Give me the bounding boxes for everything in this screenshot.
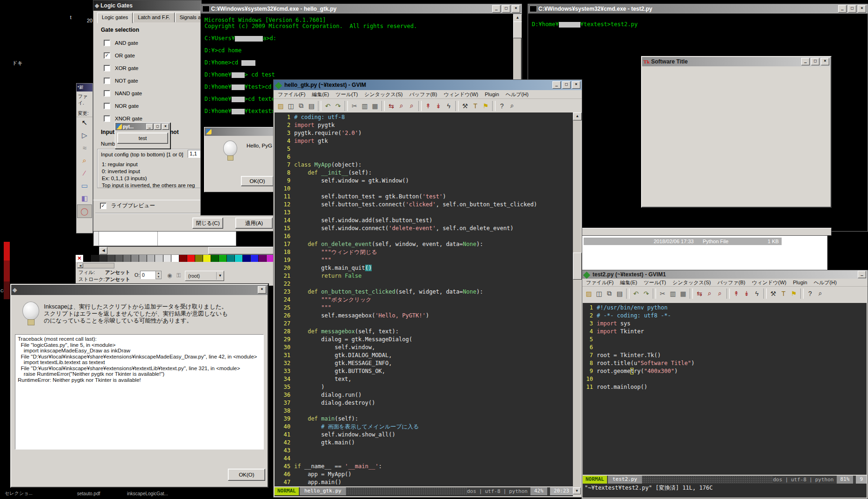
inkscape-menu-fragment[interactable]: ファイ. bbox=[77, 91, 92, 106]
menu-item[interactable]: バッファ(B) bbox=[406, 91, 441, 98]
minimize-button[interactable]: _ bbox=[838, 5, 847, 13]
python-test-titlebar[interactable]: pyt... _ □ × bbox=[115, 123, 170, 130]
scroll-up-button[interactable]: ▲ bbox=[513, 14, 522, 22]
menu-item[interactable]: 編集(E) bbox=[617, 279, 641, 287]
palette-swatch[interactable] bbox=[163, 255, 171, 262]
make-icon[interactable]: ⚒ bbox=[768, 288, 778, 299]
scrollbar-thumb[interactable] bbox=[513, 21, 522, 38]
traceback-box[interactable]: Traceback (most recent call last): File … bbox=[15, 334, 264, 450]
save-all-icon[interactable]: ⧉ bbox=[296, 101, 306, 111]
menu-item[interactable]: 編集(E) bbox=[309, 91, 332, 98]
apply-button[interactable]: 適用(A) bbox=[235, 218, 273, 229]
checkbox[interactable] bbox=[104, 115, 110, 122]
maximize-button[interactable]: □ bbox=[562, 81, 571, 89]
file-row[interactable]: 2018/02/06 17:33 Python File 1 KB bbox=[584, 238, 782, 245]
menu-item[interactable]: シンタックス(S) bbox=[361, 91, 406, 98]
close-button[interactable]: × bbox=[572, 81, 580, 89]
measure-tool-icon[interactable]: ∕ bbox=[77, 167, 92, 179]
cmd-titlebar[interactable]: C:¥Windows¥system32¥cmd.exe - test2.py _… bbox=[528, 4, 868, 14]
close-button[interactable]: × bbox=[821, 58, 829, 65]
help-icon[interactable]: ? bbox=[497, 101, 507, 111]
palette-swatch[interactable] bbox=[243, 255, 251, 262]
paste-icon[interactable]: ▦ bbox=[678, 288, 688, 299]
horizontal-scrollbar[interactable]: ◀ bbox=[99, 246, 275, 255]
menu-item[interactable]: バッファ(B) bbox=[714, 279, 749, 287]
redo-icon[interactable]: ↷ bbox=[641, 288, 651, 299]
minimize-button[interactable]: _ bbox=[492, 5, 501, 13]
find-prev-icon[interactable]: ⌕ bbox=[715, 288, 725, 299]
print-icon[interactable]: ▤ bbox=[614, 288, 625, 299]
menu-item[interactable]: ヘルプ(H) bbox=[502, 91, 532, 98]
help-icon[interactable]: ? bbox=[805, 288, 815, 299]
palette-swatch[interactable] bbox=[155, 255, 163, 262]
maximize-button[interactable]: □ bbox=[848, 5, 856, 13]
run-script-icon[interactable]: ϟ bbox=[752, 288, 762, 299]
palette-swatch[interactable] bbox=[123, 255, 131, 262]
save-session-icon[interactable]: ↡ bbox=[433, 101, 444, 111]
tab-signals-and[interactable]: Signals and bbox=[175, 13, 202, 22]
find-help-icon[interactable]: ⌕ bbox=[815, 288, 826, 299]
menu-item[interactable]: ヘルプ(H) bbox=[811, 279, 840, 287]
scrollbar-thumb[interactable] bbox=[208, 247, 274, 254]
gvim-titlebar[interactable]: hello_gtk.py (~¥textest) - GVIM _ □ × bbox=[274, 80, 582, 90]
make-icon[interactable]: ⚒ bbox=[460, 101, 470, 111]
undo-icon[interactable]: ↶ bbox=[323, 101, 333, 111]
menu-item[interactable]: ツール(T) bbox=[641, 279, 670, 287]
scrollbar-thumb[interactable] bbox=[573, 253, 582, 280]
menu-item[interactable]: ファイル(F) bbox=[583, 279, 617, 287]
checkbox[interactable] bbox=[104, 40, 110, 46]
palette-swatch[interactable] bbox=[179, 255, 187, 262]
palette-swatch[interactable] bbox=[187, 255, 195, 262]
dialog-titlebar[interactable] bbox=[205, 127, 276, 136]
close-button[interactable]: × bbox=[858, 5, 866, 13]
box-3d-tool-icon[interactable]: ◧ bbox=[77, 192, 92, 204]
lock-icon[interactable]: ⚿ bbox=[176, 272, 181, 279]
open-icon[interactable]: ▨ bbox=[584, 288, 594, 299]
checkbox[interactable] bbox=[104, 77, 110, 84]
visibility-icon[interactable]: ◉ bbox=[167, 272, 172, 279]
close-button[interactable]: 閉じる(C) bbox=[192, 218, 223, 229]
find-next-icon[interactable]: ⌕ bbox=[396, 101, 407, 111]
zoom-tool-icon[interactable]: ⌕ bbox=[77, 154, 92, 167]
inkscape-canvas[interactable] bbox=[93, 231, 236, 246]
run-script-icon[interactable]: ϟ bbox=[444, 101, 454, 111]
palette-swatch[interactable] bbox=[99, 255, 107, 262]
save-icon[interactable]: ◫ bbox=[594, 288, 604, 299]
menu-item[interactable]: ウィンドウ(W) bbox=[440, 91, 481, 98]
palette-swatch[interactable] bbox=[139, 255, 147, 262]
checkbox[interactable] bbox=[104, 103, 110, 109]
undo-icon[interactable]: ↶ bbox=[631, 288, 641, 299]
tag-jump-icon[interactable]: ⚑ bbox=[789, 288, 799, 299]
maximize-button[interactable]: □ bbox=[811, 58, 819, 65]
copy-icon[interactable]: ▥ bbox=[360, 101, 370, 111]
find-replace-icon[interactable]: ⇆ bbox=[694, 288, 705, 299]
logic-gates-titlebar[interactable]: ◆ Logic Gates bbox=[93, 0, 201, 11]
save-icon[interactable]: ◫ bbox=[286, 101, 296, 111]
close-button[interactable]: × bbox=[512, 5, 520, 13]
checkbox[interactable] bbox=[104, 65, 110, 71]
ellipse-tool-icon[interactable]: ◯ bbox=[77, 204, 92, 218]
find-replace-icon[interactable]: ⇆ bbox=[386, 101, 396, 111]
find-next-icon[interactable]: ⌕ bbox=[705, 288, 715, 299]
vertical-scrollbar[interactable]: ▲ ▼ bbox=[573, 112, 581, 494]
mini-scrollbar[interactable]: ◀ bbox=[77, 263, 114, 268]
tab-logic-gates[interactable]: Logic gates bbox=[97, 13, 133, 23]
scroll-up-button[interactable]: ▲ bbox=[573, 112, 582, 120]
palette-swatch[interactable] bbox=[147, 255, 155, 262]
find-help-icon[interactable]: ⌕ bbox=[507, 101, 517, 111]
cut-icon[interactable]: ✂ bbox=[349, 101, 360, 111]
palette-swatch[interactable] bbox=[84, 255, 92, 262]
palette-swatch[interactable]: ✕ bbox=[76, 255, 84, 262]
load-session-icon[interactable]: ↟ bbox=[423, 101, 433, 111]
node-tool-icon[interactable]: ▷ bbox=[77, 129, 92, 141]
menu-item[interactable]: Plugin bbox=[481, 91, 502, 98]
test-button[interactable]: test bbox=[117, 133, 168, 144]
cut-icon[interactable]: ✂ bbox=[657, 288, 668, 299]
minimize-button[interactable]: _ bbox=[146, 124, 153, 130]
palette-swatch[interactable] bbox=[115, 255, 123, 262]
paste-icon[interactable]: ▦ bbox=[370, 101, 380, 111]
palette-swatch[interactable] bbox=[259, 255, 267, 262]
layer-dropdown[interactable]: (root) ▼ bbox=[185, 271, 224, 281]
palette-swatch[interactable] bbox=[131, 255, 139, 262]
maximize-button[interactable]: □ bbox=[154, 124, 161, 130]
